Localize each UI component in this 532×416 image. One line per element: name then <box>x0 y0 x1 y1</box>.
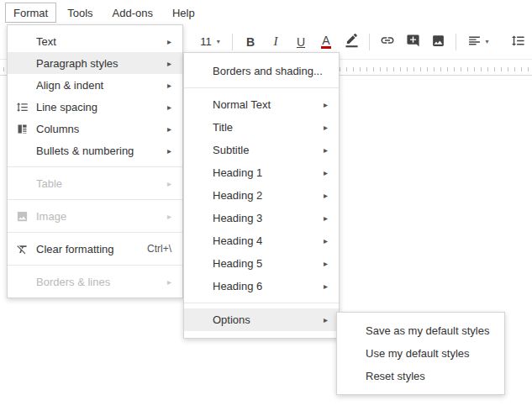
submenu-arrow-icon: ▸ <box>167 81 171 90</box>
submenu-arrow-icon: ▸ <box>324 282 328 291</box>
submenu-arrow-icon: ▸ <box>167 124 171 134</box>
underline-icon: U <box>297 35 305 49</box>
toolbar-separator <box>456 34 456 50</box>
format-menu-item-line-spacing[interactable]: Line spacing ▸ <box>8 96 182 118</box>
menu-item-label: Table <box>36 177 161 190</box>
line-spacing-icon <box>511 34 525 50</box>
ps-item-heading-2[interactable]: Heading 2 ▸ <box>184 184 339 207</box>
align-left-icon <box>467 34 482 50</box>
submenu-arrow-icon: ▸ <box>324 236 328 245</box>
submenu-arrow-icon: ▸ <box>167 179 171 188</box>
menu-item-label: Borders and shading... <box>213 65 328 77</box>
menu-item-label: Clear formatting <box>36 243 140 255</box>
submenu-arrow-icon: ▸ <box>167 59 171 68</box>
menu-item-label: Image <box>36 210 161 223</box>
line-spacing-icon <box>16 101 36 113</box>
menu-addons[interactable]: Add-ons <box>104 3 161 23</box>
menu-help[interactable]: Help <box>164 3 203 23</box>
menu-divider <box>8 199 182 200</box>
menu-item-label: Bullets & numbering <box>36 145 161 157</box>
options-menu: Save as my default styles Use my default… <box>336 312 505 395</box>
menu-item-shortcut: Ctrl+\ <box>147 243 171 255</box>
text-color-button[interactable]: A <box>313 31 339 53</box>
underline-button[interactable]: U <box>288 31 313 53</box>
menu-divider <box>8 232 182 233</box>
ps-item-borders-shading[interactable]: Borders and shading... <box>184 60 339 82</box>
submenu-arrow-icon: ▸ <box>167 212 171 221</box>
image-icon <box>16 210 36 223</box>
menu-item-label: Title <box>213 121 317 134</box>
line-spacing-button[interactable] <box>505 31 530 53</box>
format-menu-item-align-indent[interactable]: Align & indent ▸ <box>8 74 182 96</box>
ps-item-heading-6[interactable]: Heading 6 ▸ <box>184 275 339 298</box>
highlight-button[interactable] <box>339 31 364 53</box>
submenu-arrow-icon: ▸ <box>324 123 328 132</box>
font-size-value: 11 <box>200 35 212 48</box>
menu-item-label: Heading 2 <box>213 189 317 202</box>
ps-item-options[interactable]: Options ▸ <box>184 308 339 331</box>
ps-item-subtitle[interactable]: Subtitle ▸ <box>184 139 339 161</box>
ps-item-heading-4[interactable]: Heading 4 ▸ <box>184 229 339 252</box>
opt-item-reset-styles[interactable]: Reset styles <box>337 365 504 387</box>
ps-item-heading-5[interactable]: Heading 5 ▸ <box>184 252 339 275</box>
menu-divider <box>8 265 182 266</box>
format-menu-item-clear-formatting[interactable]: Clear formatting Ctrl+\ <box>8 238 182 260</box>
submenu-arrow-icon: ▸ <box>324 145 328 155</box>
clear-formatting-icon <box>16 243 36 255</box>
menu-divider <box>184 303 339 303</box>
menu-divider <box>8 166 182 167</box>
paragraph-styles-menu: Borders and shading... Normal Text ▸ Tit… <box>183 52 340 339</box>
submenu-arrow-icon: ▸ <box>167 37 171 46</box>
menu-item-label: Paragraph styles <box>36 57 161 70</box>
menu-item-label: Columns <box>36 123 161 135</box>
menu-item-label: Align & indent <box>36 79 161 92</box>
menu-item-label: Reset styles <box>366 370 493 382</box>
format-menu-item-image: Image ▸ <box>8 205 182 227</box>
insert-image-icon <box>431 34 445 50</box>
submenu-arrow-icon: ▸ <box>167 103 171 112</box>
insert-link-button[interactable] <box>375 31 400 53</box>
chevron-down-icon: ▾ <box>217 38 220 45</box>
format-menu-item-columns[interactable]: Columns ▸ <box>8 118 182 140</box>
format-menu: Text ▸ Paragraph styles ▸ Align & indent… <box>7 24 183 298</box>
italic-button[interactable]: I <box>263 31 288 53</box>
submenu-arrow-icon: ▸ <box>167 146 171 155</box>
menu-item-label: Line spacing <box>36 101 161 113</box>
font-size-control[interactable]: 11 ▾ <box>193 31 227 53</box>
menu-item-label: Heading 6 <box>213 280 317 292</box>
align-button[interactable]: ▾ <box>461 31 495 53</box>
format-menu-item-borders-lines: Borders & lines ▸ <box>8 271 182 292</box>
format-menu-item-text[interactable]: Text ▸ <box>8 30 182 52</box>
ps-item-heading-3[interactable]: Heading 3 ▸ <box>184 207 339 229</box>
menu-item-label: Heading 4 <box>213 234 317 247</box>
toolbar-separator <box>232 34 233 50</box>
menu-tools[interactable]: Tools <box>59 3 101 23</box>
format-menu-item-table: Table ▸ <box>8 172 182 194</box>
italic-icon: I <box>274 34 278 49</box>
toolbar-separator <box>369 34 370 50</box>
link-icon <box>380 33 395 50</box>
highlight-icon <box>345 34 359 50</box>
menu-item-label: Borders & lines <box>36 276 161 288</box>
bold-button[interactable]: B <box>238 31 263 53</box>
menu-item-label: Use my default styles <box>366 347 493 360</box>
opt-item-save-default-styles[interactable]: Save as my default styles <box>337 319 504 342</box>
menu-item-label: Heading 1 <box>213 166 317 179</box>
format-menu-item-paragraph-styles[interactable]: Paragraph styles ▸ <box>8 52 182 74</box>
submenu-arrow-icon: ▸ <box>324 100 328 109</box>
submenu-arrow-icon: ▸ <box>324 168 328 177</box>
menu-format[interactable]: Format <box>5 3 56 23</box>
menu-item-label: Options <box>213 313 317 326</box>
menu-item-label: Heading 5 <box>213 257 317 270</box>
format-menu-item-bullets-numbering[interactable]: Bullets & numbering ▸ <box>8 140 182 161</box>
ps-item-heading-1[interactable]: Heading 1 ▸ <box>184 161 339 184</box>
insert-image-button[interactable] <box>425 31 450 53</box>
opt-item-use-default-styles[interactable]: Use my default styles <box>337 342 504 365</box>
menu-divider <box>184 87 339 88</box>
menu-item-label: Save as my default styles <box>366 324 493 337</box>
ps-item-title[interactable]: Title ▸ <box>184 116 339 139</box>
chevron-down-icon: ▾ <box>485 38 488 45</box>
add-comment-button[interactable] <box>400 31 425 53</box>
submenu-arrow-icon: ▸ <box>167 277 171 287</box>
ps-item-normal-text[interactable]: Normal Text ▸ <box>184 93 339 116</box>
